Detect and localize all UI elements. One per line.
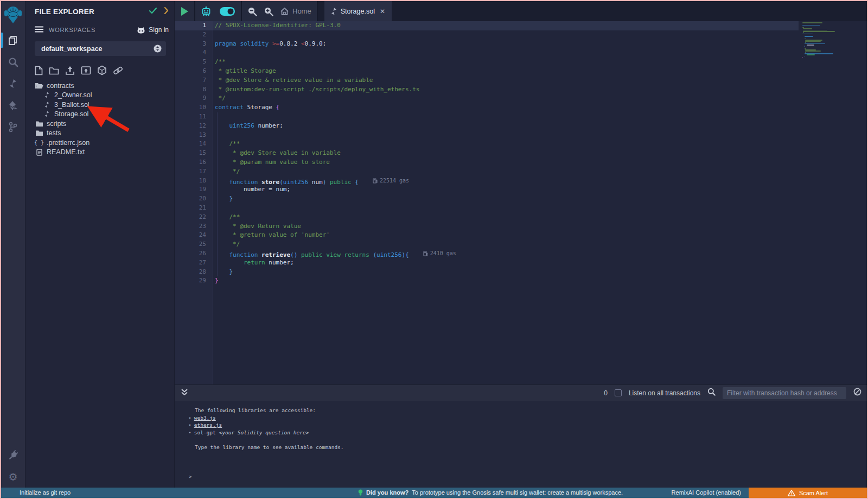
home-tab-label[interactable]: Home: [292, 7, 311, 15]
init-git-repo-button[interactable]: Initialize as git repo: [20, 488, 71, 498]
tree-item-scripts[interactable]: scripts: [25, 119, 174, 129]
minimap[interactable]: [799, 22, 866, 58]
terminal: 0 Listen on all transactions > Th: [175, 384, 867, 488]
minimap-line: [802, 34, 813, 35]
scam-alert-button[interactable]: Scam Alert: [749, 488, 867, 498]
tree-item-readme-txt[interactable]: README.txt: [25, 148, 174, 157]
line-number: 17: [175, 167, 206, 176]
code-line-2: [215, 30, 456, 40]
sign-in-button[interactable]: Sign in: [137, 26, 169, 34]
git-branch-icon: [8, 122, 18, 132]
sidebar-item-settings[interactable]: ⚙: [1, 466, 25, 488]
code-line-3: pragma solidity >=0.8.2 <0.9.0;: [215, 40, 456, 49]
link-icon[interactable]: [113, 66, 123, 75]
code-line-9: */: [215, 94, 456, 103]
code-line-10: contract Storage {: [215, 103, 456, 112]
transaction-count: 0: [604, 389, 608, 397]
ipfs-box-icon[interactable]: [97, 65, 107, 75]
zoom-in-icon[interactable]: [264, 7, 273, 16]
work-area: Home Storage.sol ✕ 123456789101112131415…: [175, 1, 867, 488]
copilot-toggle[interactable]: [219, 7, 235, 16]
terminal-search-icon[interactable]: [707, 388, 716, 398]
line-number: 11: [175, 112, 206, 122]
transaction-filter-input[interactable]: [723, 387, 846, 399]
terminal-link[interactable]: ethers.js: [194, 422, 222, 428]
code-editor[interactable]: 1234567891011121314151617181920212223242…: [175, 21, 867, 384]
tab-storage-sol[interactable]: Storage.sol ✕: [324, 1, 392, 21]
zoom-out-icon[interactable]: [247, 7, 257, 16]
tab-home[interactable]: [280, 7, 289, 16]
code-line-14: /**: [215, 140, 456, 149]
tree-item-label: contracts: [47, 82, 74, 90]
code-line-24: * @return value of 'number': [215, 231, 456, 240]
search-icon: [8, 57, 18, 67]
tree-item-label: scripts: [47, 120, 66, 128]
sidebar-item-search[interactable]: [1, 51, 25, 73]
minimap-line: [805, 42, 806, 43]
code-line-23: * @dev Return value: [215, 222, 456, 231]
folder-open-icon: [35, 82, 43, 89]
upload-folder-icon[interactable]: [81, 66, 91, 75]
code-line-4: [215, 48, 456, 58]
minimap-line: [802, 57, 803, 58]
tab-close-icon[interactable]: ✕: [379, 7, 386, 16]
workspaces-menu-icon[interactable]: [35, 25, 43, 35]
folder-icon: [35, 130, 43, 136]
sidebar-item-solidity-compiler[interactable]: [1, 73, 25, 94]
listen-all-checkbox[interactable]: [615, 389, 622, 396]
tree-item-label: 3_Ballot.sol: [54, 101, 90, 109]
line-number: 23: [175, 222, 206, 231]
terminal-link[interactable]: web3.js: [194, 415, 216, 421]
compile-check-icon[interactable]: [149, 7, 157, 16]
terminal-line: •web3.js: [175, 414, 867, 422]
line-numbers: 1234567891011121314151617181920212223242…: [175, 21, 206, 286]
remix-logo[interactable]: [1, 1, 25, 29]
sidebar-item-plugin-manager[interactable]: [1, 444, 25, 466]
terminal-prompt[interactable]: >: [189, 473, 192, 481]
sidebar-item-git[interactable]: [1, 116, 25, 138]
tree-item-tests[interactable]: tests: [25, 129, 174, 138]
terminal-collapse-icon[interactable]: [181, 388, 188, 398]
run-script-button[interactable]: [180, 7, 189, 16]
folder-icon: [35, 121, 43, 127]
plug-icon: [8, 450, 18, 460]
tree-item-label: 2_Owner.sol: [54, 91, 92, 99]
code-line-13: [215, 131, 456, 140]
line-number: 19: [175, 185, 206, 194]
gear-icon: ⚙: [8, 472, 17, 482]
terminal-header: 0 Listen on all transactions: [175, 384, 867, 401]
sidebar-item-deploy-run[interactable]: [1, 94, 25, 116]
gas-estimate: 22514 gas: [373, 176, 409, 186]
new-folder-icon[interactable]: [49, 66, 59, 75]
clear-console-icon[interactable]: [853, 388, 861, 398]
minimap-line: [803, 28, 812, 29]
terminal-output[interactable]: > The following libraries are accessible…: [175, 401, 867, 488]
file-explorer-panel: FILE EXPLORER WORKSPACES: [25, 1, 175, 488]
line-number: 7: [175, 76, 206, 85]
line-number: 5: [175, 58, 206, 67]
home-icon: [280, 7, 289, 16]
files-icon: [8, 35, 18, 46]
minimap-line: [805, 36, 813, 37]
minimap-line: [803, 32, 804, 33]
tree-item-3-ballot-sol[interactable]: 3_Ballot.sol: [25, 100, 174, 110]
panel-chevron-right-icon[interactable]: [164, 7, 169, 16]
code-line-20: }: [215, 194, 456, 204]
new-file-icon[interactable]: [35, 66, 43, 75]
select-caret-icon: [154, 45, 162, 53]
remixai-robot-icon[interactable]: [201, 6, 212, 17]
gas-estimate: 2410 gas: [423, 249, 456, 258]
workspace-select[interactable]: default_workspace: [35, 41, 166, 56]
tree-item-contracts[interactable]: contracts: [25, 81, 174, 91]
upload-file-icon[interactable]: [65, 66, 75, 75]
readme-icon: [35, 149, 43, 156]
line-number: 27: [175, 258, 206, 268]
copilot-status[interactable]: RemixAI Copilot (enabled): [672, 488, 741, 498]
sidebar-item-file-explorer[interactable]: [1, 29, 25, 51]
tree-item-2-owner-sol[interactable]: 2_Owner.sol: [25, 91, 174, 100]
line-number: 26: [175, 249, 206, 258]
line-number: 2: [175, 30, 206, 40]
tab-label: Storage.sol: [341, 8, 375, 15]
tree-item--prettierrc-json[interactable]: { }.prettierrc.json: [25, 138, 174, 148]
tree-item-storage-sol[interactable]: Storage.sol: [25, 110, 174, 119]
